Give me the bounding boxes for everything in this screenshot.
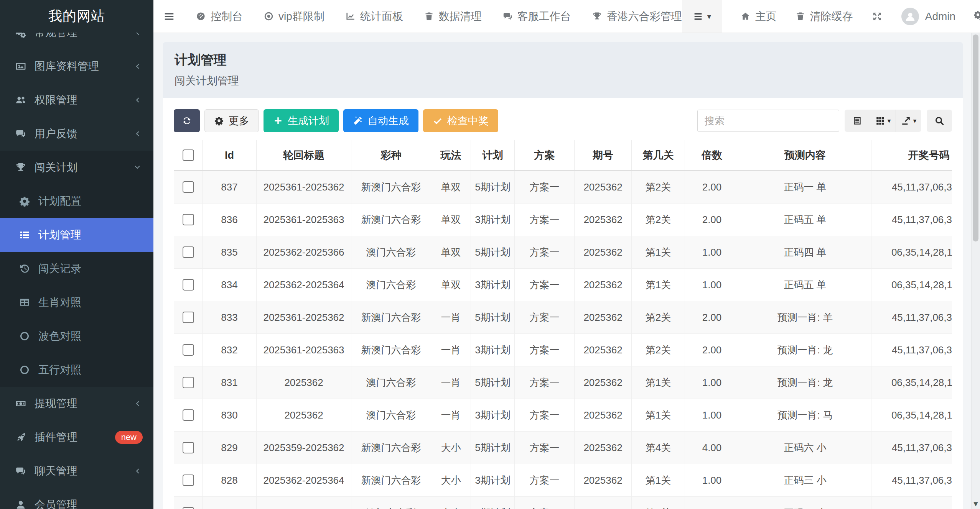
sidebar-item-闯关记录[interactable]: 闯关记录 bbox=[0, 252, 153, 286]
user-menu[interactable]: Admin bbox=[901, 8, 955, 25]
generate-plan-button[interactable]: 生成计划 bbox=[264, 109, 339, 132]
cell: 1.00 bbox=[685, 366, 739, 399]
cell: 新澳门六合彩 bbox=[351, 171, 431, 204]
sidebar-item-插件管理[interactable]: 插件管理new bbox=[0, 420, 153, 454]
columns-toggle-button[interactable]: ▾ bbox=[870, 110, 896, 132]
row-checkbox[interactable] bbox=[183, 475, 194, 486]
sidebar-item-波色对照[interactable]: 波色对照 bbox=[0, 319, 153, 353]
sidebar-menu: 常规管理图库资料管理权限管理用户反馈闯关计划计划配置计划管理闯关记录生肖对照波色… bbox=[0, 33, 153, 509]
cell: 2025362 bbox=[575, 269, 632, 301]
sidebar-item-label: 权限管理 bbox=[35, 93, 77, 107]
cell: 2025362-2025366 bbox=[257, 236, 351, 269]
check-win-button[interactable]: 检查中奖 bbox=[423, 109, 498, 132]
sidebar-item-图库资料管理[interactable]: 图库资料管理 bbox=[0, 49, 153, 83]
sidebar-toggle-button[interactable] bbox=[163, 11, 175, 22]
cell: 837 bbox=[203, 171, 257, 204]
new-badge: new bbox=[115, 431, 143, 444]
column-header-方案[interactable]: 方案 bbox=[515, 140, 575, 171]
row-select-cell bbox=[174, 334, 203, 366]
sidebar-item-五行对照[interactable]: 五行对照 bbox=[0, 353, 153, 387]
sidebar-item-提现管理[interactable]: 提现管理 bbox=[0, 387, 153, 420]
column-header-期号[interactable]: 期号 bbox=[575, 140, 632, 171]
sidebar-item-label: 提现管理 bbox=[35, 396, 77, 411]
cell: 大小 bbox=[431, 497, 471, 509]
sidebar-item-常规管理[interactable]: 常规管理 bbox=[0, 33, 153, 49]
chart-line-icon bbox=[345, 11, 356, 21]
scrollbar-thumb[interactable] bbox=[973, 34, 978, 241]
cell: 方案一 bbox=[515, 334, 575, 366]
cell: 方案一 bbox=[515, 204, 575, 236]
row-checkbox[interactable] bbox=[183, 181, 194, 193]
cell: 一肖 bbox=[431, 399, 471, 432]
column-header-倍数[interactable]: 倍数 bbox=[685, 140, 739, 171]
row-checkbox[interactable] bbox=[183, 312, 194, 323]
sidebar-item-闯关计划[interactable]: 闯关计划 bbox=[0, 151, 153, 184]
search-input[interactable] bbox=[697, 110, 839, 132]
more-button[interactable]: 更多 bbox=[204, 109, 259, 132]
row-checkbox[interactable] bbox=[183, 246, 194, 258]
cell: 预测一肖: 马 bbox=[739, 399, 871, 432]
trophy-icon bbox=[592, 11, 602, 21]
vertical-scrollbar[interactable]: ▼ bbox=[971, 33, 980, 509]
nav-item-vip群限制[interactable]: vip群限制 bbox=[264, 9, 324, 24]
row-checkbox[interactable] bbox=[183, 344, 194, 356]
cell: 829 bbox=[203, 432, 257, 464]
comments-icon bbox=[15, 465, 26, 477]
nav-item-香港六合彩管理[interactable]: 香港六合彩管理 bbox=[592, 9, 682, 24]
cell: 方案一 bbox=[515, 432, 575, 464]
nav-item-客服工作台[interactable]: 客服工作台 bbox=[502, 9, 571, 24]
column-header-彩种[interactable]: 彩种 bbox=[351, 140, 431, 171]
detail-view-button[interactable] bbox=[845, 110, 870, 132]
cell: 澳门六合彩 bbox=[351, 269, 431, 301]
fullscreen-button[interactable] bbox=[871, 11, 883, 22]
cell: 2025359-2025362 bbox=[257, 432, 351, 464]
column-header-玩法[interactable]: 玩法 bbox=[431, 140, 471, 171]
column-header-预测内容[interactable]: 预测内容 bbox=[739, 140, 871, 171]
row-checkbox[interactable] bbox=[183, 409, 194, 421]
cell: 正码六 小 bbox=[739, 432, 871, 464]
sidebar-item-计划管理[interactable]: 计划管理 bbox=[0, 218, 153, 252]
nav-clear-cache[interactable]: 清除缓存 bbox=[795, 9, 853, 24]
row-checkbox[interactable] bbox=[183, 442, 194, 453]
nav-item-数据清理[interactable]: 数据清理 bbox=[424, 9, 482, 24]
cell: 正码一 单 bbox=[739, 171, 871, 204]
row-checkbox[interactable] bbox=[183, 507, 194, 509]
nav-home[interactable]: 主页 bbox=[740, 9, 777, 24]
nav-item-控制台[interactable]: 控制台 bbox=[196, 9, 243, 24]
cell: 正码四 单 bbox=[739, 236, 871, 269]
sidebar-item-权限管理[interactable]: 权限管理 bbox=[0, 83, 153, 117]
nav-list-dropdown[interactable]: ▾ bbox=[682, 0, 722, 33]
sidebar-item-会员管理[interactable]: 会员管理 bbox=[0, 488, 153, 509]
row-checkbox[interactable] bbox=[183, 214, 194, 225]
select-all-checkbox[interactable] bbox=[183, 149, 194, 161]
refresh-button[interactable] bbox=[174, 109, 200, 132]
chevron-left-icon bbox=[133, 466, 142, 476]
sidebar-item-计划配置[interactable]: 计划配置 bbox=[0, 184, 153, 218]
scrollbar-down-arrow[interactable]: ▼ bbox=[972, 500, 980, 508]
column-header-Id[interactable]: Id bbox=[203, 140, 257, 171]
export-button[interactable]: ▾ bbox=[896, 110, 921, 132]
cell: 45,11,37,06,30,0 bbox=[871, 334, 952, 366]
cell: 4.00 bbox=[685, 432, 739, 464]
cell: 方案一 bbox=[515, 366, 575, 399]
auto-generate-button[interactable]: 自动生成 bbox=[343, 109, 418, 132]
sidebar-item-聊天管理[interactable]: 聊天管理 bbox=[0, 454, 153, 488]
cell: 3期计划 bbox=[471, 399, 515, 432]
sidebar-item-用户反馈[interactable]: 用户反馈 bbox=[0, 117, 153, 151]
column-header-计划[interactable]: 计划 bbox=[471, 140, 515, 171]
column-header-轮回标题[interactable]: 轮回标题 bbox=[257, 140, 351, 171]
search-button[interactable] bbox=[927, 110, 952, 132]
row-checkbox[interactable] bbox=[183, 377, 194, 388]
hamburger-icon bbox=[163, 11, 175, 22]
sidebar-item-生肖对照[interactable]: 生肖对照 bbox=[0, 286, 153, 319]
nav-settings[interactable] bbox=[974, 11, 980, 22]
cell: 大小 bbox=[431, 432, 471, 464]
nav-item-统计面板[interactable]: 统计面板 bbox=[345, 9, 403, 24]
row-select-cell bbox=[174, 366, 203, 399]
column-header-开奖号码[interactable]: 开奖号码 bbox=[871, 140, 952, 171]
cell: 澳门六合彩 bbox=[351, 236, 431, 269]
nav-item-label: 统计面板 bbox=[360, 9, 403, 24]
row-checkbox[interactable] bbox=[183, 279, 194, 291]
select-all-header bbox=[174, 140, 203, 171]
column-header-第几关[interactable]: 第几关 bbox=[632, 140, 685, 171]
